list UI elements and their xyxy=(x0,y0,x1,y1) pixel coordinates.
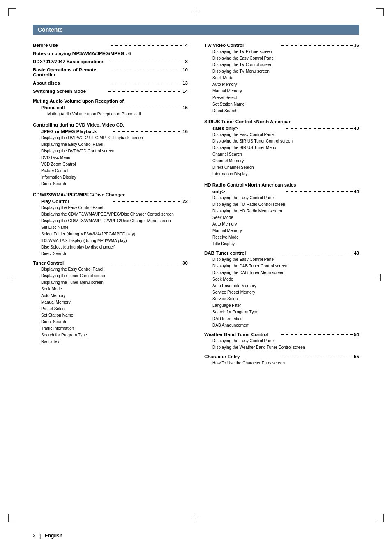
toc-page-tv: 36 xyxy=(354,43,359,48)
toc-title-hd-line1: HD Radio Control <North American sales xyxy=(204,182,298,187)
toc-sub-tuner-6: Manual Memory xyxy=(33,299,188,306)
toc-sub-weather-1: Displaying the Easy Control Panel xyxy=(204,338,359,344)
toc-title-dab: DAB Tuner control xyxy=(204,251,279,256)
toc-sub-dab-5: Auto Ensemble Memory xyxy=(204,283,359,289)
toc-title-char: Character Entry xyxy=(204,354,279,359)
toc-section-remote: Basic Operations of Remote Controller 10 xyxy=(33,67,188,77)
toc-section-sirius: SIRIUS Tuner Control <North American sal… xyxy=(204,117,359,177)
corner-mark-top-left xyxy=(8,8,16,16)
toc-sub-hd-2: Displaying the HD Radio Control screen xyxy=(204,201,359,208)
toc-sub-sirius-1: Displaying the Easy Control Panel xyxy=(204,131,359,138)
toc-sub-dab-9: Search for Program Type xyxy=(204,309,359,315)
toc-entry-remote: Basic Operations of Remote Controller 10 xyxy=(33,67,188,77)
toc-entry-weather: Weather Band Tuner Control 54 xyxy=(204,332,359,337)
toc-title-hd-line2: only> xyxy=(204,189,283,194)
toc-sub-tv-2: Displaying the Easy Control Panel xyxy=(204,55,359,62)
toc-page-tuner: 30 xyxy=(182,260,188,265)
corner-mark-bottom-left xyxy=(8,514,16,522)
toc-entry-tv: TV/ Video Control 36 xyxy=(204,43,359,48)
toc-sub-tv-9: Set Station Name xyxy=(204,101,359,108)
toc-sub-hd-8: Title Display xyxy=(204,241,359,247)
toc-columns: Before Use 4 Notes on playing MP3/WMA/JP… xyxy=(33,43,359,370)
toc-entry-sirius: sales only> 40 xyxy=(204,126,359,131)
toc-page-cd: 22 xyxy=(182,199,188,204)
toc-entry-char: Character Entry 55 xyxy=(204,354,359,359)
toc-title-cd-line2: Play Control xyxy=(33,199,111,204)
toc-entry-muting: Phone call 15 xyxy=(33,105,188,110)
toc-page-weather: 54 xyxy=(354,332,359,337)
toc-sub-cd-8: Direct Search xyxy=(33,251,188,257)
toc-page-screen-mode: 14 xyxy=(182,89,188,94)
toc-sub-tuner-3: Displaying the Tuner Menu screen xyxy=(33,279,188,286)
toc-sub-tv-10: Direct Search xyxy=(204,108,359,114)
toc-sub-cd-1: Displaying the Easy Control Panel xyxy=(33,205,188,211)
toc-sub-dvd-4: DVD Disc Menu xyxy=(33,154,188,161)
toc-entry-ddx: DDX7017/7047 Basic operations 8 xyxy=(33,59,188,64)
toc-dots-dvd xyxy=(113,131,181,132)
toc-sub-tv-3: Displaying the TV Control screen xyxy=(204,62,359,68)
toc-sub-tuner-2: Displaying the Tuner Control screen xyxy=(33,273,188,279)
toc-sub-tv-7: Manual Memory xyxy=(204,88,359,94)
toc-sub-char-1: How To Use the Character Entry screen xyxy=(204,360,359,366)
toc-entry-before-use: Before Use 4 xyxy=(33,43,188,48)
crosshair-top xyxy=(193,8,199,15)
toc-sub-cd-4: Set Disc Name xyxy=(33,224,188,231)
toc-sub-dvd-6: Picture Control xyxy=(33,168,188,174)
toc-sub-dvd-3: Displaying the DVD/VCD Control screen xyxy=(33,148,188,154)
toc-dots-remote xyxy=(108,70,181,70)
toc-title-tuner: Tuner Control xyxy=(33,260,107,265)
toc-section-weather: Weather Band Tuner Control 54 Displaying… xyxy=(204,332,359,351)
contents-title: Contents xyxy=(38,26,63,33)
toc-sub-tv-6: Auto Memory xyxy=(204,81,359,88)
toc-sub-cd-5: Select Folder (during MP3/WMA/JPEG/MPEG … xyxy=(33,231,188,237)
toc-title-cd-line1: CD/MP3/WMA/JPEG/MPEG/Disc Changer xyxy=(33,192,127,197)
toc-sub-tuner-7: Preset Select xyxy=(33,306,188,312)
toc-section-before-use: Before Use 4 xyxy=(33,43,188,48)
toc-right-column: TV/ Video Control 36 Displaying the TV P… xyxy=(204,43,359,370)
toc-sub-sirius-6: Direct Channel Search xyxy=(204,164,359,171)
toc-sub-tv-5: Seek Mode xyxy=(204,75,359,81)
toc-sub-dab-3: Displaying the DAB Tuner Menu screen xyxy=(204,269,359,276)
toc-entry-screen-mode: Switching Screen Mode 14 xyxy=(33,89,188,94)
toc-entry-hd: only> 44 xyxy=(204,189,359,194)
toc-sub-hd-7: Receive Mode xyxy=(204,234,359,241)
page-footer: 2 | English xyxy=(33,533,62,539)
toc-sub-cd-3: Displaying the CD/MP3/WMA/JPEG/MPEG/Disc… xyxy=(33,218,188,224)
toc-title-before-use: Before Use xyxy=(33,43,108,48)
toc-title-dvd-line2: JPEG or MPEG Playback xyxy=(33,129,111,134)
toc-sub-tuner-1: Displaying the Easy Control Panel xyxy=(33,266,188,273)
toc-section-screen-mode: Switching Screen Mode 14 xyxy=(33,89,188,94)
toc-sub-dab-8: Language Filter xyxy=(204,302,359,309)
toc-page-ddx: 8 xyxy=(185,59,188,64)
toc-dots-screen-mode xyxy=(108,91,181,92)
toc-sub-tuner-4: Seek Mode xyxy=(33,286,188,292)
toc-dots-hd xyxy=(284,191,353,192)
toc-sub-hd-6: Manual Memory xyxy=(204,228,359,234)
toc-sub-tv-4: Displaying the TV Menu screen xyxy=(204,68,359,75)
toc-sub-dvd-8: Direct Search xyxy=(33,181,188,187)
toc-section-hd: HD Radio Control <North American sales o… xyxy=(204,181,359,247)
toc-sub-weather-2: Displaying the Weather Band Tuner Contro… xyxy=(204,344,359,351)
toc-page-before-use: 4 xyxy=(185,43,188,48)
toc-dots-discs xyxy=(108,83,181,83)
toc-sub-muting-1: Muting Audio Volume upon Reception of Ph… xyxy=(33,111,188,117)
footer-pipe: | xyxy=(39,533,41,539)
toc-sub-tuner-9: Direct Search xyxy=(33,319,188,325)
toc-sub-sirius-3: Displaying the SIRIUS Tuner Menu xyxy=(204,145,359,151)
toc-section-discs: About discs 13 xyxy=(33,81,188,85)
toc-sub-tuner-11: Search for Program Type xyxy=(33,332,188,339)
toc-dots-cd xyxy=(113,201,181,202)
toc-title-sirius-line1: SIRIUS Tuner Control <North American xyxy=(204,119,293,124)
page-number: 2 xyxy=(33,533,36,539)
toc-sub-hd-4: Seek Mode xyxy=(204,214,359,221)
toc-title-discs: About discs xyxy=(33,81,107,85)
toc-page-dab: 48 xyxy=(354,251,359,256)
toc-sub-dab-7: Service Select xyxy=(204,296,359,302)
corner-mark-bottom-right xyxy=(376,514,384,522)
toc-sub-sirius-5: Channel Memory xyxy=(204,158,359,164)
footer-language: English xyxy=(45,533,62,539)
crosshair-left xyxy=(8,274,15,281)
toc-section-dvd: Controlling during DVD Video, Video CD, … xyxy=(33,121,188,187)
toc-title-muting-line1: Muting Audio Volume upon Reception of xyxy=(33,99,125,104)
toc-sub-dab-6: Service Preset Memory xyxy=(204,289,359,296)
